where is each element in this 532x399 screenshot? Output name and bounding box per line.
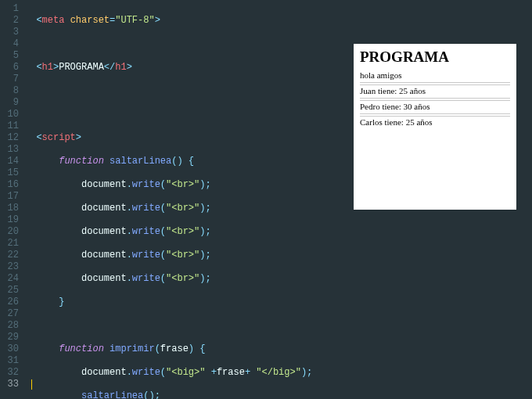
line-number: 19 — [3, 214, 19, 226]
line-number: 20 — [3, 226, 19, 238]
preview-divider — [360, 84, 510, 85]
line-number: 28 — [3, 320, 19, 332]
line-number: 5 — [3, 50, 19, 62]
line-number: 17 — [3, 191, 19, 203]
line-number: 22 — [3, 250, 19, 261]
line-number: 32 — [3, 367, 19, 379]
preview-divider — [360, 116, 510, 117]
line-number: 12 — [3, 132, 19, 144]
line-number: 4 — [3, 38, 19, 50]
browser-preview-pane: PROGRAMA hola amigos Juan tiene: 25 años… — [354, 44, 516, 210]
line-number: 6 — [3, 62, 19, 74]
line-number-active: 33 — [3, 379, 19, 390]
line-number: 2 — [3, 15, 19, 27]
line-number: 3 — [3, 27, 19, 38]
preview-text: hola amigos — [360, 70, 510, 80]
preview-text: Juan tiene: 25 años — [360, 86, 510, 95]
text-cursor — [31, 379, 32, 390]
line-number: 8 — [3, 85, 19, 97]
line-number: 9 — [3, 97, 19, 109]
line-number: 23 — [3, 261, 19, 273]
preview-divider — [360, 82, 510, 83]
line-number: 21 — [3, 238, 19, 250]
preview-divider — [360, 98, 510, 99]
line-number: 7 — [3, 74, 19, 85]
preview-text: Pedro tiene: 30 años — [360, 102, 510, 111]
line-number: 16 — [3, 179, 19, 191]
line-number: 25 — [3, 285, 19, 297]
line-number: 14 — [3, 156, 19, 167]
preview-divider — [360, 100, 510, 101]
line-number: 30 — [3, 343, 19, 355]
line-number: 31 — [3, 355, 19, 367]
line-number: 27 — [3, 308, 19, 320]
line-number: 11 — [3, 120, 19, 132]
preview-text: Carlos tiene: 25 años — [360, 117, 510, 127]
line-number: 26 — [3, 297, 19, 308]
line-number-gutter: 1 2 3 4 5 6 7 8 9 10 11 12 13 14 15 16 1… — [0, 0, 25, 399]
line-number: 18 — [3, 203, 19, 214]
preview-divider — [360, 113, 510, 114]
preview-heading: PROGRAMA — [360, 49, 510, 66]
line-number: 1 — [3, 3, 19, 15]
line-number: 29 — [3, 332, 19, 343]
line-number: 10 — [3, 109, 19, 120]
code-area[interactable]: <meta charset="UTF-8"> <h1>PROGRAMA</h1>… — [25, 0, 380, 399]
line-number: 13 — [3, 144, 19, 156]
line-number: 15 — [3, 167, 19, 179]
line-number: 24 — [3, 273, 19, 285]
